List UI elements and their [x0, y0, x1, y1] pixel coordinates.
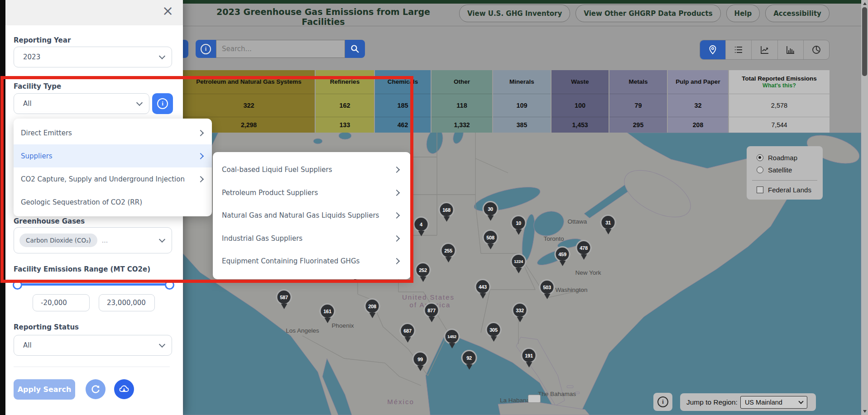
- map-cluster-marker[interactable]: 191: [521, 348, 537, 367]
- marker-tail: [580, 254, 587, 260]
- reporting-year-select[interactable]: 2023: [14, 47, 172, 67]
- map-cluster-marker[interactable]: 31: [600, 215, 616, 234]
- satellite-radio[interactable]: [757, 167, 763, 173]
- sector-row2-value: 295: [609, 117, 667, 133]
- range-slider-track[interactable]: [15, 283, 169, 286]
- marker-count: 1224: [511, 253, 527, 269]
- sector-header: Other: [432, 70, 492, 94]
- map-cluster-marker[interactable]: 503: [539, 279, 555, 299]
- bar-chart-view-button[interactable]: [778, 40, 804, 59]
- page-scrollbar[interactable]: [861, 0, 868, 415]
- map-cluster-marker[interactable]: 508: [483, 229, 499, 249]
- map-cluster-marker[interactable]: 877: [424, 302, 440, 322]
- satellite-label: Satellite: [768, 166, 792, 174]
- roadmap-option[interactable]: Roadmap: [757, 154, 797, 162]
- map-cluster-marker[interactable]: 587: [276, 289, 292, 309]
- scrollbar-thumb[interactable]: [862, 7, 867, 76]
- map-cluster-marker[interactable]: 92: [461, 350, 477, 370]
- scroll-down-arrow-icon[interactable]: [863, 410, 867, 413]
- sector-column[interactable]: Pulp and Paper32208: [668, 70, 728, 133]
- map-cluster-marker[interactable]: 161: [320, 303, 336, 323]
- cloud-download-icon: [118, 383, 130, 395]
- map-cluster-marker[interactable]: 30: [483, 201, 499, 221]
- range-min-input[interactable]: -20,000: [33, 294, 90, 311]
- sector-row1-value: 100: [551, 94, 609, 117]
- federal-lands-option[interactable]: Federal Lands: [757, 186, 811, 194]
- marker-tail: [369, 313, 375, 318]
- header-button[interactable]: View Other GHGRP Data Products: [575, 5, 720, 22]
- search-button[interactable]: [345, 40, 365, 58]
- map-cluster-marker[interactable]: 459: [555, 246, 571, 266]
- marker-count: 877: [424, 302, 440, 318]
- map-cluster-marker[interactable]: 305: [486, 322, 502, 342]
- keyboard-shortcuts-icon[interactable]: [528, 395, 541, 403]
- map-pin-icon: [708, 45, 718, 55]
- reporting-status-select[interactable]: All: [14, 335, 172, 356]
- whats-this-link[interactable]: What's this?: [762, 82, 796, 89]
- line-chart-view-button[interactable]: [752, 40, 777, 59]
- header-button[interactable]: View U.S. GHG Inventory: [459, 5, 570, 22]
- pie-chart-view-button[interactable]: [804, 40, 829, 59]
- sector-header: Waste: [551, 70, 609, 94]
- panel-divider: [14, 367, 170, 367]
- map-info-button[interactable]: i: [653, 393, 672, 411]
- marker-count: 4: [413, 216, 429, 232]
- sector-column[interactable]: Other1181,332: [432, 70, 492, 133]
- marker-count: 208: [364, 298, 380, 314]
- marker-count: 459: [555, 246, 571, 262]
- reset-button[interactable]: [86, 379, 106, 399]
- map-label: México: [387, 398, 414, 405]
- map-cluster-marker[interactable]: 4: [413, 216, 429, 236]
- sector-column[interactable]: Minerals109385: [493, 70, 551, 133]
- sector-column[interactable]: Total Reported EmissionsWhat's this?2,57…: [729, 70, 830, 133]
- marker-tail: [544, 294, 550, 299]
- federal-lands-checkbox[interactable]: [757, 186, 763, 193]
- map-cluster-marker[interactable]: 255: [441, 243, 456, 262]
- header-divider: [183, 26, 861, 26]
- sector-row1-value: 32: [668, 94, 728, 117]
- map-cluster-marker[interactable]: 1224: [511, 253, 527, 273]
- range-max-input[interactable]: 23,000,000: [99, 294, 155, 311]
- apply-search-button[interactable]: Apply Search: [14, 379, 75, 400]
- federal-lands-label: Federal Lands: [768, 186, 811, 194]
- marker-tail: [487, 215, 494, 221]
- pie-chart-icon: [811, 45, 821, 55]
- map-view-button[interactable]: [700, 40, 726, 59]
- marker-count: 252: [415, 262, 431, 278]
- list-view-button[interactable]: [726, 40, 752, 59]
- header-button[interactable]: Accessibility: [765, 5, 830, 22]
- map-cluster-marker[interactable]: 332: [512, 302, 528, 322]
- region-select[interactable]: US Mainland: [740, 396, 807, 409]
- download-button[interactable]: [114, 379, 134, 399]
- map-cluster-marker[interactable]: 478: [576, 240, 592, 260]
- panel-header: [0, 0, 183, 25]
- search-input[interactable]: [216, 40, 345, 58]
- sector-column[interactable]: Metals79295: [609, 70, 667, 133]
- map-cluster-marker[interactable]: 208: [364, 298, 380, 318]
- map-cluster-marker[interactable]: 99: [412, 351, 428, 371]
- marker-count: 30: [483, 201, 499, 217]
- roadmap-radio[interactable]: [757, 154, 763, 161]
- map-type-control: Roadmap Satellite Federal Lands: [747, 146, 823, 200]
- header-buttons: View U.S. GHG InventoryView Other GHGRP …: [459, 5, 830, 22]
- scroll-up-arrow-icon[interactable]: [863, 2, 867, 5]
- sector-column[interactable]: Waste1001,453: [551, 70, 609, 133]
- map-cluster-marker[interactable]: 687: [400, 323, 416, 343]
- marker-tail: [526, 362, 532, 367]
- map-cluster-marker[interactable]: 443: [475, 279, 491, 299]
- map-cluster-marker[interactable]: 1452: [444, 329, 460, 348]
- info-icon: i: [657, 396, 668, 407]
- satellite-option[interactable]: Satellite: [757, 166, 792, 174]
- marker-count: 99: [412, 351, 428, 367]
- map-cluster-marker[interactable]: 168: [439, 202, 455, 222]
- map-cluster-marker[interactable]: 252: [415, 262, 431, 282]
- marker-tail: [605, 229, 611, 234]
- map-label: La Habana: [500, 397, 530, 404]
- marker-tail: [466, 364, 472, 370]
- close-icon[interactable]: ×: [162, 3, 173, 19]
- map-cluster-marker[interactable]: 10: [511, 215, 527, 235]
- map-label: Ottawa: [568, 218, 587, 225]
- search-info-button[interactable]: i: [196, 40, 216, 58]
- marker-tail: [515, 229, 522, 235]
- header-button[interactable]: Help: [726, 5, 760, 22]
